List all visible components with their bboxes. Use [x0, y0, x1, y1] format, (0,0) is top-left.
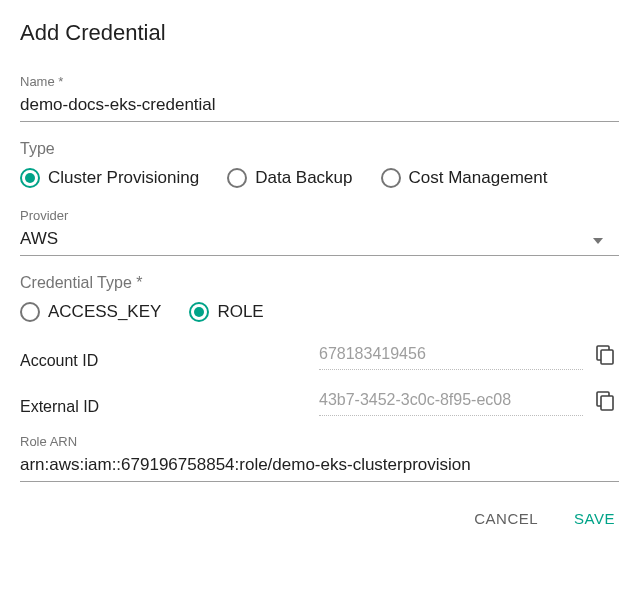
external-id-label: External ID — [20, 388, 120, 416]
type-radio-group: Cluster Provisioning Data Backup Cost Ma… — [20, 164, 619, 190]
radio-icon — [20, 302, 40, 322]
credential-type-option-label: ROLE — [217, 302, 263, 322]
radio-icon — [189, 302, 209, 322]
provider-select[interactable]: AWS — [20, 225, 619, 256]
role-arn-input[interactable] — [20, 451, 619, 482]
credential-type-option-access-key[interactable]: ACCESS_KEY — [20, 302, 161, 322]
type-field: Type Cluster Provisioning Data Backup Co… — [20, 140, 619, 190]
credential-type-option-role[interactable]: ROLE — [189, 302, 263, 322]
name-label: Name * — [20, 74, 619, 89]
account-id-row: Account ID 678183419456 — [20, 342, 619, 370]
type-option-cluster-provisioning[interactable]: Cluster Provisioning — [20, 168, 199, 188]
credential-type-radio-group: ACCESS_KEY ROLE — [20, 298, 619, 324]
name-field: Name * — [20, 74, 619, 122]
radio-icon — [227, 168, 247, 188]
caret-down-icon — [593, 229, 603, 249]
copy-icon — [596, 345, 614, 368]
copy-account-id-button[interactable] — [591, 342, 619, 370]
role-arn-label: Role ARN — [20, 434, 619, 449]
copy-external-id-button[interactable] — [591, 388, 619, 416]
credential-type-label: Credential Type * — [20, 274, 619, 292]
provider-label: Provider — [20, 208, 619, 223]
type-option-data-backup[interactable]: Data Backup — [227, 168, 352, 188]
role-arn-field: Role ARN — [20, 434, 619, 482]
cancel-button[interactable]: CANCEL — [470, 504, 542, 533]
copy-icon — [596, 391, 614, 414]
type-option-label: Data Backup — [255, 168, 352, 188]
provider-field: Provider AWS — [20, 208, 619, 256]
account-id-value: 678183419456 — [319, 343, 583, 370]
radio-icon — [381, 168, 401, 188]
external-id-row: External ID 43b7-3452-3c0c-8f95-ec08 — [20, 388, 619, 416]
type-option-label: Cluster Provisioning — [48, 168, 199, 188]
type-option-cost-management[interactable]: Cost Management — [381, 168, 548, 188]
type-option-label: Cost Management — [409, 168, 548, 188]
external-id-value: 43b7-3452-3c0c-8f95-ec08 — [319, 389, 583, 416]
name-input[interactable] — [20, 91, 619, 122]
dialog-title: Add Credential — [20, 20, 619, 46]
svg-rect-3 — [601, 396, 613, 410]
account-id-label: Account ID — [20, 342, 120, 370]
save-button[interactable]: SAVE — [570, 504, 619, 533]
provider-value: AWS — [20, 229, 58, 249]
radio-icon — [20, 168, 40, 188]
svg-rect-1 — [601, 350, 613, 364]
credential-type-field: Credential Type * ACCESS_KEY ROLE — [20, 274, 619, 324]
dialog-actions: CANCEL SAVE — [20, 504, 619, 533]
credential-type-option-label: ACCESS_KEY — [48, 302, 161, 322]
type-label: Type — [20, 140, 619, 158]
